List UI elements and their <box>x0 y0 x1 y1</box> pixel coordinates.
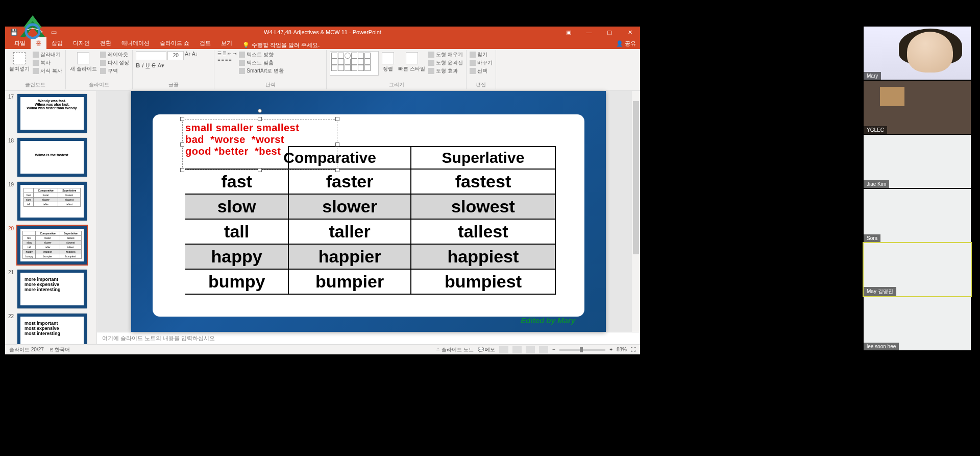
text-align-button[interactable]: 텍스트 맞춤 <box>239 59 283 66</box>
resize-handle[interactable] <box>335 117 339 121</box>
quick-style-button[interactable]: 빠른 스타일 <box>397 51 426 80</box>
indent-left-button[interactable]: ⇤ <box>228 51 232 56</box>
reset-button[interactable]: 다시 설정 <box>100 59 130 66</box>
scrollbar-thumb[interactable] <box>633 101 639 254</box>
minimize-button[interactable]: — <box>579 27 599 38</box>
video-tile-jiae[interactable]: Jiae Kim <box>864 135 971 188</box>
quick-style-icon <box>406 52 418 64</box>
text-direction-button[interactable]: 텍스트 방향 <box>239 51 283 58</box>
ribbon-group-slides: 새 슬라이드 레이아웃 다시 설정 구역 슬라이드 <box>66 50 133 89</box>
ribbon-collapse-icon[interactable]: ▣ <box>558 27 579 38</box>
numbering-button[interactable]: ≣ <box>223 51 227 56</box>
thumbnail-21[interactable]: 21 more important more expensive more in… <box>5 269 96 313</box>
shape-fill-button[interactable]: 도형 채우기 <box>428 51 463 58</box>
font-size-input[interactable]: 20 <box>167 51 184 60</box>
close-button[interactable]: ✕ <box>620 27 640 38</box>
find-button[interactable]: 찾기 <box>470 51 493 58</box>
resize-handle[interactable] <box>180 117 184 121</box>
select-button[interactable]: 선택 <box>470 67 493 75</box>
rotate-handle[interactable] <box>258 109 262 113</box>
underline-button[interactable]: U <box>145 62 150 69</box>
view-normal-button[interactable] <box>499 346 508 353</box>
zoom-knob[interactable] <box>580 347 583 352</box>
notes-pane[interactable]: 여기에 슬라이드 노트의 내용을 입력하십시오 <box>97 332 640 344</box>
table-cell: bumpier <box>288 269 411 294</box>
slideshow-icon[interactable]: ▭ <box>49 28 58 37</box>
tab-review[interactable]: 검토 <box>194 37 216 49</box>
new-slide-button[interactable]: 새 슬라이드 <box>69 51 98 80</box>
thumbnail-19[interactable]: 19 ComparativeSuperlative fastfasterfast… <box>5 181 96 225</box>
slide-canvas[interactable]: Comparative Superlative fast faster fast… <box>97 91 640 332</box>
resize-handle[interactable] <box>335 142 339 147</box>
font-color-button[interactable]: A▾ <box>158 62 164 69</box>
smartart-button[interactable]: SmartArt로 변환 <box>239 67 283 75</box>
cut-button[interactable]: 잘라내기 <box>33 51 62 58</box>
format-painter-button[interactable]: 서식 복사 <box>33 67 62 75</box>
titlebar: 💾 ↶ ↷ ▭ W4-L47,48-Adjectives & MCW 11 - … <box>5 27 640 38</box>
brand-logo <box>15 9 50 40</box>
resize-handle[interactable] <box>180 142 184 147</box>
zoom-in-button[interactable]: + <box>609 347 612 352</box>
thumbnail-20[interactable]: 20 ComparativeSuperlative fastfasterfast… <box>5 225 96 269</box>
resize-handle[interactable] <box>258 117 262 121</box>
shrink-font-button[interactable]: A↓ <box>192 51 198 60</box>
bold-button[interactable]: B <box>136 62 140 69</box>
copy-icon <box>33 60 39 66</box>
current-slide[interactable]: Comparative Superlative fast faster fast… <box>131 91 606 332</box>
video-tile-yglec[interactable]: YGLEC <box>864 81 971 134</box>
tab-slideshow[interactable]: 슬라이드 쇼 <box>155 37 194 49</box>
video-tile-lee[interactable]: lee soon hee <box>864 297 971 350</box>
view-sorter-button[interactable] <box>512 346 522 353</box>
vertical-scrollbar[interactable] <box>632 91 640 332</box>
fit-window-button[interactable]: ⛶ <box>631 347 636 352</box>
align-center-button[interactable]: ≡ <box>222 57 224 62</box>
paste-button[interactable]: 붙여넣기 <box>8 51 31 80</box>
table-cell: tall <box>185 219 288 244</box>
align-right-button[interactable]: ≡ <box>225 57 228 62</box>
maximize-button[interactable]: ▢ <box>599 27 620 38</box>
shape-outline-button[interactable]: 도형 윤곽선 <box>428 59 463 66</box>
layout-button[interactable]: 레이아웃 <box>100 51 130 58</box>
tab-design[interactable]: 디자인 <box>68 37 95 49</box>
view-reading-button[interactable] <box>526 346 535 353</box>
thumbnail-panel[interactable]: 17 Wendy was fast. Wilma was also fast. … <box>5 91 97 344</box>
thumbnail-22[interactable]: 22 most important most expensive most in… <box>5 313 96 344</box>
resize-handle[interactable] <box>180 168 184 172</box>
table-cell: bumpy <box>185 269 288 294</box>
thumbnail-18[interactable]: 18 Wilma is the fastest. <box>5 137 96 181</box>
notes-toggle[interactable]: ≐ 슬라이드 노트 <box>436 346 474 353</box>
shape-gallery[interactable] <box>330 51 379 76</box>
tab-animations[interactable]: 애니메이션 <box>116 37 155 49</box>
indent-right-button[interactable]: ⇥ <box>233 51 237 56</box>
video-tile-mary[interactable]: Mary <box>864 27 971 80</box>
view-slideshow-button[interactable] <box>539 346 548 353</box>
replace-button[interactable]: 바꾸기 <box>470 59 493 66</box>
resize-handle[interactable] <box>258 168 262 172</box>
section-button[interactable]: 구역 <box>100 67 130 75</box>
align-left-button[interactable]: ≡ <box>217 57 220 62</box>
italic-button[interactable]: I <box>142 62 143 69</box>
strike-button[interactable]: S <box>152 62 155 69</box>
tab-transitions[interactable]: 전환 <box>95 37 116 49</box>
grow-font-button[interactable]: A↑ <box>185 51 191 60</box>
table-cell: happier <box>288 244 411 269</box>
thumbnail-17[interactable]: 17 Wendy was fast. Wilma was also fast. … <box>5 93 96 137</box>
tell-me-search[interactable]: 💡 수행할 작업을 알려 주세요. <box>242 41 320 49</box>
video-tile-sora[interactable]: Sora <box>864 189 971 242</box>
share-button[interactable]: 👤 공유 <box>616 40 636 47</box>
video-tile-may[interactable]: May 김명진 <box>864 243 971 296</box>
zoom-level[interactable]: 88% <box>617 347 627 352</box>
align-justify-button[interactable]: ≡ <box>229 57 231 62</box>
comments-toggle[interactable]: 💬 메모 <box>478 346 496 353</box>
tab-view[interactable]: 보기 <box>216 37 237 49</box>
resize-handle[interactable] <box>335 168 339 172</box>
bullets-button[interactable]: ☰ <box>217 51 222 56</box>
arrange-button[interactable]: 정렬 <box>381 51 395 80</box>
zoom-slider[interactable] <box>559 349 605 351</box>
language-indicator[interactable]: ⎘ 한국어 <box>50 346 70 353</box>
font-name-input[interactable] <box>136 51 166 60</box>
shape-effects-button[interactable]: 도형 효과 <box>428 67 463 75</box>
copy-button[interactable]: 복사 <box>33 59 62 66</box>
irregular-textbox[interactable]: small smaller smallest bad *worse *worst… <box>182 119 337 170</box>
zoom-out-button[interactable]: − <box>552 347 555 352</box>
